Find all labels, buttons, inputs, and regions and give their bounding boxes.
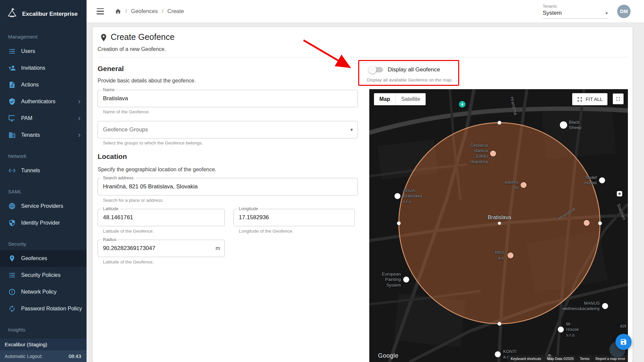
city-label: Bratislava	[488, 214, 511, 221]
latitude-field[interactable]: Latitude	[98, 209, 225, 226]
sidebar-item-actions[interactable]: Actions	[0, 76, 87, 93]
display-all-geofence-toggle[interactable]	[368, 64, 384, 75]
geofence-groups-hint: Select the groups to which the Geofence …	[103, 140, 203, 145]
section-description-location: Specify the geographical location of the…	[98, 167, 216, 173]
sidebar-item-network-policy[interactable]: Network Policy	[0, 284, 87, 300]
fullscreen-button[interactable]	[613, 94, 624, 104]
poi-dot	[584, 220, 590, 226]
pam-icon	[8, 114, 16, 122]
security-policies-icon	[8, 271, 16, 279]
sidebar-item-label: Tenants	[21, 132, 40, 138]
sidebar-section-network: Network	[0, 143, 87, 162]
sidebar-item-security-policies[interactable]: Security Policies	[0, 267, 87, 284]
sidebar-section-saml: SAML	[0, 179, 87, 198]
satellite-tab[interactable]: Satellite	[395, 93, 426, 105]
sidebar-item-service-providers[interactable]: Service Providers	[0, 198, 87, 215]
geofence-groups-select[interactable]: Geofence Groups ▾	[98, 121, 358, 138]
report-map-error-link[interactable]: Report a map error	[593, 355, 628, 362]
name-field[interactable]: Name	[98, 90, 358, 107]
breadcrumb-geofences[interactable]: Geofences	[131, 8, 158, 14]
map-data-label: Map Data ©2025	[544, 355, 577, 362]
auto-logout-label: Automatic Logout:	[5, 354, 43, 359]
geofence-handle-west[interactable]	[397, 222, 401, 225]
service-providers-icon	[8, 202, 16, 210]
sidebar-item-authenticators[interactable]: Authenticators ›	[0, 93, 87, 110]
geofence-handle-center[interactable]	[498, 222, 501, 225]
fullscreen-icon	[615, 96, 621, 102]
name-input[interactable]	[98, 90, 358, 107]
poi-dot	[507, 252, 514, 258]
poi-label: MANUS wellness&academy	[562, 301, 600, 312]
chevron-right-icon: ›	[78, 131, 80, 139]
menu-toggle-button[interactable]	[97, 8, 105, 15]
poi-label: Čerpacia stanica JURKI Hraničná	[470, 143, 488, 165]
map-tab[interactable]: Map	[374, 93, 395, 105]
longitude-input[interactable]	[234, 209, 355, 226]
breadcrumb-separator: /	[162, 8, 163, 14]
radius-hint: Latitude of the Geofence.	[103, 259, 154, 264]
radius-unit: m	[216, 240, 220, 257]
poi-label: BRS, a.s.	[495, 250, 505, 261]
chevron-down-icon: ▾	[350, 121, 353, 138]
home-icon[interactable]	[115, 8, 121, 15]
page-title: Create Geofence	[111, 32, 174, 42]
identity-provider-icon	[8, 219, 16, 227]
divider	[98, 57, 628, 57]
search-address-field[interactable]: Search address	[98, 178, 358, 195]
map-canvas[interactable]: Hraničná Hraničná Stachan Black Sheep Če…	[369, 89, 628, 362]
sidebar-item-geofences[interactable]: Geofences	[0, 250, 87, 267]
password-rotation-icon	[8, 305, 16, 313]
sidebar-item-users[interactable]: Users	[0, 43, 87, 60]
poi-label: M-House s.r.o	[566, 321, 579, 338]
longitude-field[interactable]: Longitude	[233, 209, 355, 226]
poi-dot	[558, 326, 564, 333]
geofence-handle-east[interactable]	[598, 222, 602, 225]
sidebar-item-invitations[interactable]: Invitations	[0, 60, 87, 76]
users-icon	[8, 47, 16, 55]
geofence-handle-south[interactable]	[498, 322, 501, 326]
radius-field[interactable]: Radius m	[98, 240, 225, 257]
sidebar-item-pam[interactable]: PAM ›	[0, 110, 87, 127]
sidebar-item-label: Password Rotation Policy	[21, 306, 82, 312]
tenant-select-label: Tenants	[543, 4, 608, 9]
network-policy-icon	[8, 288, 16, 296]
radius-input[interactable]	[98, 240, 224, 257]
latitude-input[interactable]	[98, 209, 224, 226]
poi-label: Sedef Hostel	[584, 175, 597, 186]
poi-dot	[394, 193, 400, 199]
sidebar-section-management: Management	[0, 28, 87, 43]
tenant-select[interactable]: Tenants System ▾	[543, 4, 608, 19]
sidebar-item-label: PAM	[21, 115, 32, 121]
tenant-select-value: System	[543, 10, 562, 16]
geofence-pin-icon	[99, 33, 108, 42]
sidebar-item-identity-provider[interactable]: Identity Provider	[0, 215, 87, 231]
section-heading-general: General	[98, 65, 124, 73]
sidebar-section-insights: Insights	[0, 317, 87, 336]
avatar[interactable]: DM	[617, 5, 631, 18]
fit-all-button[interactable]: FIT ALL	[572, 93, 607, 105]
save-geofence-fab[interactable]	[615, 334, 632, 350]
breadcrumb-separator: /	[125, 8, 127, 14]
longitude-hint: Longitude of the Geofence.	[239, 229, 293, 234]
sidebar-item-tunnels[interactable]: Tunnels	[0, 162, 87, 179]
sidebar-item-password-rotation-policy[interactable]: Password Rotation Policy	[0, 300, 87, 317]
poi-label: AGUA Bratislava s.r.o	[403, 188, 422, 204]
chevron-right-icon: ›	[78, 115, 80, 122]
environment-badge: Excalibur (Staging)	[0, 339, 87, 350]
keyboard-shortcuts-button[interactable]: Keyboard shortcuts	[508, 355, 544, 362]
save-icon	[620, 338, 627, 346]
section-description-general: Provide basic details about the geofence…	[98, 78, 196, 84]
terms-link[interactable]: Terms	[577, 355, 592, 362]
sidebar-item-label: Tunnels	[21, 168, 40, 174]
brand-logo-icon	[6, 7, 18, 21]
sidebar-item-tenants[interactable]: Tenants ›	[0, 127, 87, 143]
page: Excalibur Enterprise Management Users In…	[0, 0, 644, 362]
sidebar-item-label: Invitations	[21, 65, 45, 71]
geofence-handle-north[interactable]	[498, 121, 501, 125]
search-address-input[interactable]	[98, 178, 358, 195]
sidebar: Excalibur Enterprise Management Users In…	[0, 0, 87, 362]
tenants-icon	[8, 131, 16, 139]
name-hint: Name of the Geofence.	[103, 109, 150, 114]
map-type-control: Map Satellite	[374, 93, 426, 105]
sidebar-item-label: Geofences	[21, 255, 47, 261]
